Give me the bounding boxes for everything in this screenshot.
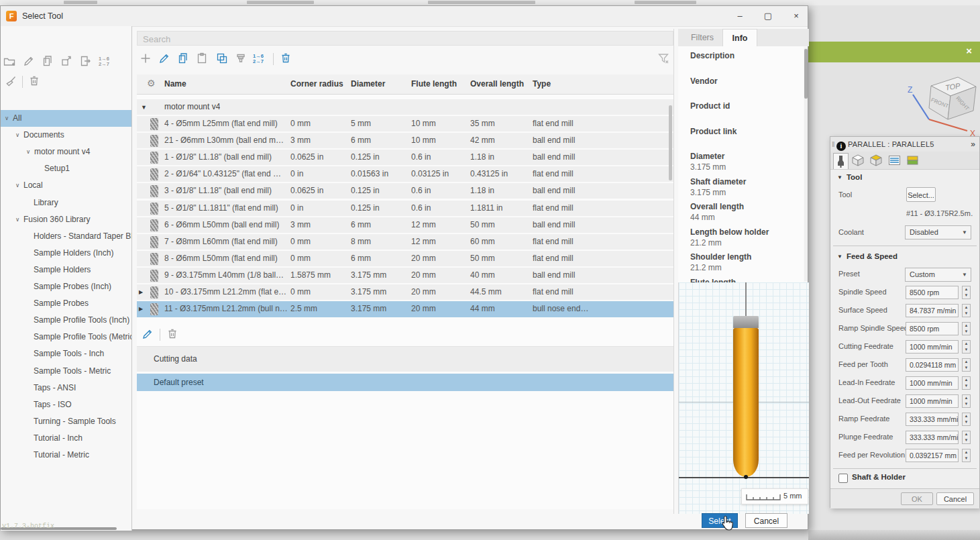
tree-item-sample-tools-metric[interactable]: Sample Tools - Metric xyxy=(1,363,131,380)
delete-icon[interactable] xyxy=(28,74,42,89)
spinner-ramp-feedrate[interactable]: ▲▼ xyxy=(962,413,971,426)
tree-item-local[interactable]: ∨Local xyxy=(1,177,131,194)
tool-preview[interactable]: 5 mm xyxy=(678,282,809,514)
table-row-tool-3[interactable]: 1 - Ø1/8" L1.18" (ball end mill)0.0625 i… xyxy=(137,150,673,166)
edit-icon[interactable] xyxy=(22,54,37,69)
cancel-button[interactable]: Cancel xyxy=(745,513,787,528)
col-header-name[interactable]: Name xyxy=(164,79,186,89)
tab-passes[interactable] xyxy=(887,153,903,169)
table-group-row[interactable]: ▼motor mount v4 xyxy=(137,99,673,115)
col-header-corner-radius[interactable]: Corner radius xyxy=(290,79,343,89)
tab-geometry[interactable] xyxy=(851,153,867,169)
delete-icon[interactable] xyxy=(166,327,180,342)
spin-down-icon[interactable]: ▼ xyxy=(963,347,970,353)
expand-icon[interactable]: ▶ xyxy=(139,306,143,312)
table-row-tool-9[interactable]: 8 - Ø6mm L50mm (flat end mill)0 mm6 mm20… xyxy=(137,251,673,267)
spinner-spindle-speed[interactable]: ▲▼ xyxy=(962,286,971,299)
tree-item-holders-standard-taper-blanks[interactable]: Holders - Standard Taper Blanks xyxy=(1,228,131,245)
spin-down-icon[interactable]: ▼ xyxy=(963,419,970,425)
spin-down-icon[interactable]: ▼ xyxy=(963,455,970,462)
clean-icon[interactable] xyxy=(5,74,19,89)
table-row-tool-2[interactable]: 21 - Ø6mm L30mm (ball end m…3 mm6 mm10 m… xyxy=(137,133,673,149)
table-row-tool-10[interactable]: 9 - Ø3.175mm L40mm (1/8 ball…1.5875 mm3.… xyxy=(137,268,673,284)
drag-grip-icon[interactable]: ‖ xyxy=(832,137,835,152)
maximize-button[interactable]: ▢ xyxy=(755,6,781,26)
spin-up-icon[interactable]: ▲ xyxy=(963,395,970,401)
chevron-down-icon[interactable]: ∨ xyxy=(15,127,23,144)
chevron-down-icon[interactable]: ∨ xyxy=(15,177,23,194)
tab-linking[interactable] xyxy=(906,153,921,169)
info-scrollbar[interactable] xyxy=(804,48,808,281)
close-icon[interactable]: × xyxy=(966,45,972,56)
spinner-surface-speed[interactable]: ▲▼ xyxy=(962,304,971,317)
col-header-overall-length[interactable]: Overall length xyxy=(470,79,524,89)
tab-info[interactable]: Info xyxy=(722,29,757,46)
input-ramp-feedrate[interactable]: 333.333 mm/min xyxy=(906,413,959,426)
spin-down-icon[interactable]: ▼ xyxy=(963,437,970,443)
tool-select-button[interactable]: Select... xyxy=(906,187,936,202)
input-feed-per-tooth[interactable]: 0.0294118 mm xyxy=(906,358,959,372)
search-input[interactable] xyxy=(142,32,667,46)
tree-item-tutorial-inch[interactable]: Tutorial - Inch xyxy=(1,430,131,447)
tab-tool[interactable] xyxy=(833,153,849,169)
tree-item-setup1[interactable]: Setup1 xyxy=(1,160,131,177)
table-row-tool-4[interactable]: 2 - Ø1/64" L0.43125" (flat end …0 in0.01… xyxy=(137,166,673,182)
col-header-flute-length[interactable]: Flute length xyxy=(411,79,457,89)
copy-icon[interactable] xyxy=(41,54,56,69)
table-row-tool-6[interactable]: 5 - Ø1/8" L1.1811" (flat end mill)0 in0.… xyxy=(137,201,673,217)
tree-item-documents[interactable]: ∨Documents xyxy=(1,127,131,144)
info-icon[interactable]: i xyxy=(836,142,846,151)
input-lead-out-feedrate[interactable]: 1000 mm/min xyxy=(906,394,959,408)
spin-up-icon[interactable]: ▲ xyxy=(963,413,970,419)
move-icon[interactable] xyxy=(60,54,74,69)
clear-filter-icon[interactable] xyxy=(657,52,671,66)
tab-filters[interactable]: Filters xyxy=(684,29,721,46)
table-row-tool-5[interactable]: 3 - Ø1/8" L1.18" (ball end mill)0.0625 i… xyxy=(137,183,673,199)
spinner-feed-per-tooth[interactable]: ▲▼ xyxy=(962,358,971,372)
spinner-lead-in-feedrate[interactable]: ▲▼ xyxy=(962,376,971,390)
gear-icon[interactable]: ⚙ xyxy=(147,78,156,89)
duplicate-icon[interactable] xyxy=(215,52,230,66)
scrollbar-thumb[interactable] xyxy=(804,49,808,99)
new-library-icon[interactable] xyxy=(3,54,18,69)
preset-row-default[interactable]: Default preset xyxy=(137,374,673,391)
tree-item-sample-profile-tools-inch[interactable]: Sample Profile Tools (Inch) xyxy=(1,312,131,329)
expand-icon[interactable]: ▶ xyxy=(139,289,143,295)
copy-icon[interactable] xyxy=(176,52,191,66)
minimize-button[interactable]: – xyxy=(726,6,753,26)
cancel-button[interactable]: Cancel xyxy=(936,492,974,505)
table-row-tool-1[interactable]: 4 - Ø5mm L25mm (flat end mill)0 mm5 mm10… xyxy=(137,116,673,132)
spinner-lead-out-feedrate[interactable]: ▲▼ xyxy=(962,394,971,408)
tree-item-turning-sample-tools[interactable]: Turning - Sample Tools xyxy=(1,413,131,430)
export-icon[interactable] xyxy=(78,54,93,69)
tool-section-header[interactable]: ▼Tool xyxy=(837,173,862,181)
spinner-cutting-feedrate[interactable]: ▲▼ xyxy=(962,340,971,354)
table-row-tool-12[interactable]: ▶11 - Ø3.175mm L21.2mm (bull n…2.5 mm3.1… xyxy=(137,301,673,317)
chevron-down-icon[interactable]: ∨ xyxy=(15,211,23,228)
edit-icon[interactable] xyxy=(141,327,156,342)
tree-item-library[interactable]: Library xyxy=(1,195,131,211)
tree-item-sample-probes[interactable]: Sample Probes xyxy=(1,295,131,312)
edit-icon[interactable] xyxy=(158,52,172,66)
spinner-feed-per-revolution[interactable]: ▲▼ xyxy=(962,449,971,462)
spin-down-icon[interactable]: ▼ xyxy=(963,365,970,371)
tree-item-motor-mount-v4[interactable]: ∨motor mount v4 xyxy=(1,144,131,160)
collapse-triangle-icon[interactable]: ▼ xyxy=(141,104,147,111)
tree-item-taps-iso[interactable]: Taps - ISO xyxy=(1,396,131,413)
input-spindle-speed[interactable]: 8500 rpm xyxy=(906,286,959,299)
table-row-tool-11[interactable]: ▶10 - Ø3.175mm L21.2mm (flat e…0 mm3.175… xyxy=(137,284,673,301)
collapse-triangle-icon[interactable]: ▼ xyxy=(837,174,842,180)
spin-down-icon[interactable]: ▼ xyxy=(963,383,970,389)
ok-button[interactable]: OK xyxy=(901,492,933,505)
delete-icon[interactable] xyxy=(279,52,294,66)
tab-heights[interactable] xyxy=(869,153,885,169)
tree-item-taps-ansi[interactable]: Taps - ANSI xyxy=(1,380,131,396)
spin-up-icon[interactable]: ▲ xyxy=(963,323,970,329)
select-button[interactable]: Select xyxy=(702,513,738,528)
col-header-diameter[interactable]: Diameter xyxy=(351,79,385,89)
scrollbar-thumb[interactable] xyxy=(669,105,672,180)
dropdown-preset[interactable]: Custom▼ xyxy=(905,268,971,282)
paste-icon[interactable] xyxy=(195,52,210,66)
spin-up-icon[interactable]: ▲ xyxy=(963,305,970,311)
dialog-titlebar[interactable]: F Select Tool – ▢ × xyxy=(1,6,808,27)
